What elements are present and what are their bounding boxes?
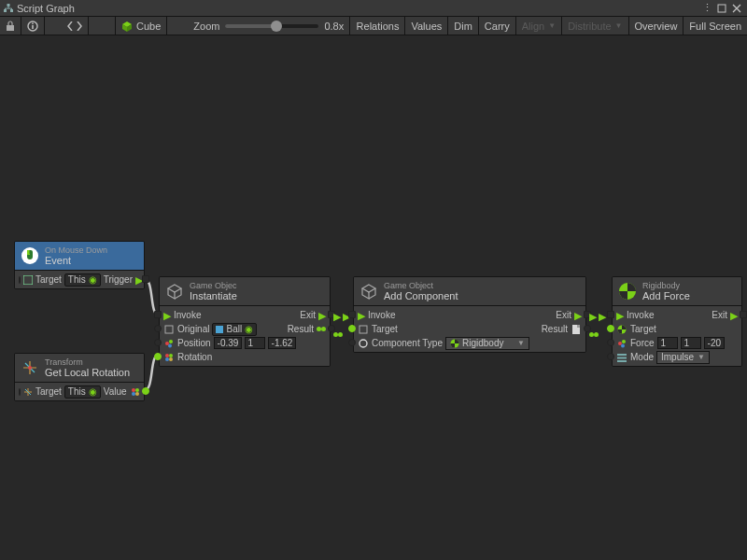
svg-rect-11: [23, 275, 33, 285]
zoom-control: Zoom 0.8x: [188, 21, 349, 32]
port-mode-in[interactable]: [607, 353, 614, 360]
port-invoke-in[interactable]: [154, 311, 162, 318]
gameobject-icon: [165, 282, 184, 301]
port-original-in[interactable]: [154, 325, 162, 332]
svg-point-21: [168, 343, 172, 347]
window-close-icon[interactable]: [730, 2, 743, 15]
svg-point-22: [165, 354, 169, 357]
dim-button[interactable]: Dim: [448, 17, 478, 35]
quaternion-icon: [163, 352, 175, 363]
pos-x-input[interactable]: [214, 337, 242, 349]
node-instantiate[interactable]: Game ObjecInstantiate ▶ Invoke Exit▶ Ori…: [159, 276, 331, 367]
distribute-button[interactable]: Distribute ▼: [562, 17, 627, 35]
zoom-value: 0.8x: [324, 21, 344, 32]
context-object-button[interactable]: Cube: [116, 17, 166, 35]
port-trigger-out[interactable]: [142, 275, 149, 283]
svg-point-23: [169, 354, 173, 357]
window-titlebar: Script Graph ⋮: [0, 0, 747, 17]
zoom-slider[interactable]: [225, 24, 318, 28]
svg-rect-2: [7, 4, 10, 7]
port-in[interactable]: [19, 388, 21, 396]
code-view-button[interactable]: [62, 17, 88, 35]
flow-arrow-icon: ▶: [730, 312, 738, 319]
row-force: Force: [613, 336, 741, 350]
svg-point-12: [28, 366, 32, 370]
port-in[interactable]: [19, 276, 21, 284]
port-target-in[interactable]: [607, 325, 614, 332]
port-exit-out[interactable]: [740, 311, 747, 318]
relations-button[interactable]: Relations: [351, 17, 405, 35]
row-position: Position: [160, 336, 330, 350]
node-on-mouse-down[interactable]: On Mouse DownEvent Target This◉ Trigger …: [14, 241, 145, 289]
edge-data: [333, 328, 343, 339]
edge-data: [589, 328, 599, 339]
svg-rect-3: [718, 5, 726, 12]
svg-point-16: [135, 392, 139, 396]
zoom-label: Zoom: [193, 21, 219, 32]
info-button[interactable]: [21, 17, 44, 35]
align-button[interactable]: Align ▼: [516, 17, 561, 35]
axes-icon: [23, 386, 33, 398]
target-this-pill[interactable]: This◉: [64, 385, 101, 399]
window-maximize-icon[interactable]: [715, 2, 728, 15]
force-y-input[interactable]: [681, 337, 701, 349]
svg-rect-10: [30, 250, 31, 254]
script-icon: [571, 324, 582, 335]
row-invoke-exit: ▶ Invoke Exit▶: [160, 308, 330, 322]
port-target-in[interactable]: [348, 325, 356, 332]
svg-rect-0: [4, 9, 7, 12]
original-ball-pill[interactable]: Ball◉: [212, 323, 257, 336]
window-menu-icon[interactable]: ⋮: [700, 2, 713, 15]
svg-rect-4: [7, 25, 14, 31]
node-header[interactable]: Game ObjecInstantiate: [160, 277, 330, 306]
svg-rect-28: [577, 325, 580, 328]
svg-point-24: [165, 357, 169, 361]
quaternion-icon: [130, 386, 141, 398]
port-invoke-in[interactable]: [607, 311, 614, 318]
force-z-input[interactable]: [704, 337, 725, 349]
port-invoke-in[interactable]: [348, 311, 356, 318]
node-header[interactable]: TransformGet Local Rotation: [15, 354, 144, 383]
svg-rect-1: [10, 9, 13, 12]
pos-z-input[interactable]: [268, 337, 296, 349]
toolbar: Cube Zoom 0.8x Relations Values Dim Carr…: [0, 17, 747, 35]
svg-point-20: [169, 340, 173, 343]
target-this-pill[interactable]: This◉: [64, 273, 101, 287]
script-graph-icon: [4, 4, 13, 13]
row-invoke-exit: ▶ Invoke Exit▶: [354, 308, 585, 322]
force-x-input[interactable]: [657, 337, 678, 349]
prefab-icon: [216, 326, 223, 333]
row-component-type: Component Type Rigidbody ▼: [354, 336, 585, 350]
pos-y-input[interactable]: [245, 337, 265, 349]
overview-button[interactable]: Overview: [629, 17, 684, 35]
port-value-out[interactable]: [142, 387, 149, 395]
node-add-component[interactable]: Game ObjectAdd Component ▶ Invoke Exit▶ …: [353, 276, 586, 353]
port-force-in[interactable]: [607, 339, 614, 346]
port-position-in[interactable]: [154, 339, 162, 346]
node-get-local-rotation[interactable]: TransformGet Local Rotation Target This◉…: [14, 353, 145, 401]
svg-point-35: [621, 343, 625, 347]
node-header[interactable]: On Mouse DownEvent: [15, 242, 144, 271]
fullscreen-button[interactable]: Full Screen: [684, 17, 747, 35]
node-header[interactable]: RigidbodyAdd Force: [613, 277, 741, 306]
port-comptype-in[interactable]: [348, 339, 356, 346]
graph-canvas[interactable]: On Mouse DownEvent Target This◉ Trigger …: [0, 35, 747, 560]
svg-point-15: [132, 392, 135, 396]
data-port-icon: [317, 327, 326, 331]
row-target-trigger: Target This◉ Trigger ▶: [15, 273, 144, 287]
svg-rect-37: [617, 357, 627, 358]
carry-button[interactable]: Carry: [479, 17, 515, 35]
flow-arrow-icon: ▶: [574, 312, 582, 319]
row-invoke-exit: ▶ Invoke Exit▶: [613, 308, 741, 322]
edge-flow: ▶▶: [589, 313, 606, 320]
vector-icon: [163, 338, 175, 349]
port-rotation-in[interactable]: [154, 353, 162, 360]
row-original-result: Original Ball◉ Result: [160, 322, 330, 336]
component-type-dropdown[interactable]: Rigidbody ▼: [445, 337, 529, 350]
node-add-force[interactable]: RigidbodyAdd Force ▶ Invoke Exit▶ Target…: [612, 276, 742, 367]
svg-rect-36: [617, 354, 627, 356]
values-button[interactable]: Values: [405, 17, 447, 35]
lock-button[interactable]: [0, 17, 21, 35]
mode-dropdown[interactable]: Impulse▼: [656, 351, 710, 364]
node-header[interactable]: Game ObjectAdd Component: [354, 277, 585, 306]
